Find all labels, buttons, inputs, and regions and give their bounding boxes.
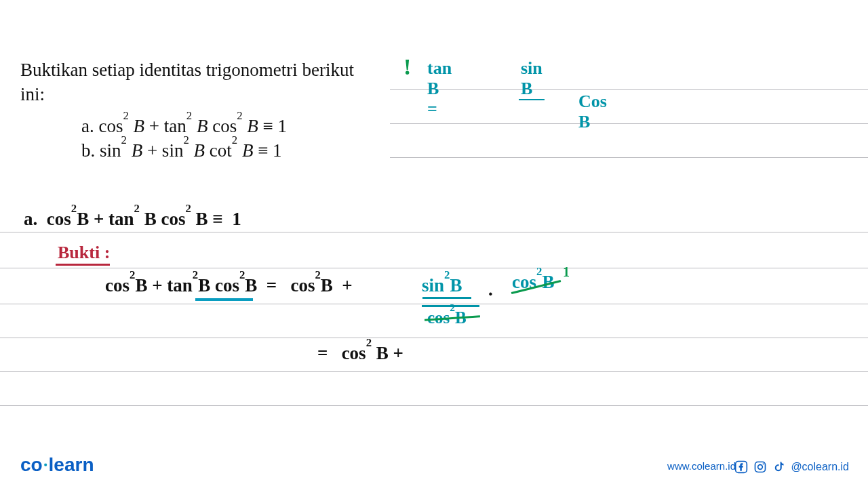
hint-lhs: tan B = <box>427 58 452 119</box>
svg-point-2 <box>758 465 763 470</box>
facebook-icon <box>734 460 749 474</box>
restatement-a: a. cos2B + tan2 B cos2 B ≡ 1 <box>24 208 241 230</box>
problem-title-line2: ini: <box>20 84 45 104</box>
social-links: @colearn.id <box>734 460 849 474</box>
social-handle: @colearn.id <box>791 461 849 473</box>
item-b-prefix: b. <box>81 140 100 161</box>
tiktok-icon <box>772 460 787 474</box>
step1-dot: . <box>488 279 493 300</box>
item-a-prefix: a. <box>81 116 98 136</box>
instagram-icon <box>753 460 768 474</box>
logo-learn: learn <box>49 454 94 475</box>
svg-point-3 <box>763 463 764 464</box>
step2: = cos2 B + <box>317 342 403 364</box>
website-url: www.colearn.id <box>667 460 736 472</box>
problem-title-line1: Buktikan setiap identitas trigonometri b… <box>20 60 354 80</box>
logo-co: co <box>20 454 43 475</box>
footer: co•learn www.colearn.id @colearn.id <box>0 449 868 476</box>
green-one: 1 <box>563 264 570 280</box>
hint-numerator: sin B <box>519 58 545 100</box>
proof-label: Bukti : <box>58 243 110 263</box>
item-b-equation: sin2 B + sin2 B cot2 B ≡ 1 <box>100 140 282 161</box>
step1-sin-numerator: sin2B <box>422 274 462 296</box>
exclamation-icon: ! <box>403 54 411 80</box>
sin-underline <box>422 297 471 299</box>
item-a-equation: cos2 B + tan2 B cos2 B ≡ 1 <box>98 116 287 136</box>
tan-underline <box>195 298 253 301</box>
step1-cos-right: cos2B <box>512 271 554 293</box>
strike-cos-bottom <box>425 315 480 321</box>
hint-denominator: Cos B <box>578 92 607 132</box>
problem-statement: Buktikan setiap identitas trigonometri b… <box>20 58 390 164</box>
proof-underline <box>56 264 110 266</box>
step1-left: cos2B + tan2B cos2B = cos2B + <box>105 274 357 296</box>
strike-cos-top <box>511 280 561 294</box>
logo: co•learn <box>20 454 94 476</box>
step1-cos-denominator: cos2B <box>427 308 467 327</box>
